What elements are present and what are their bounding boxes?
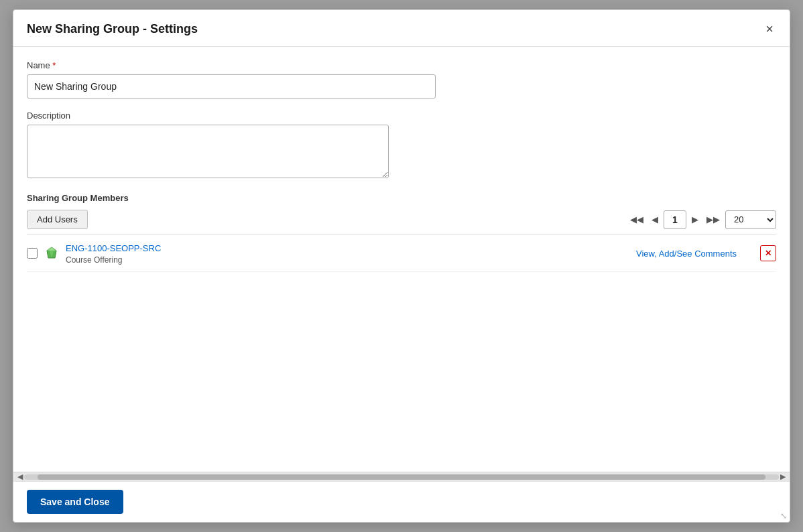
close-button[interactable]: × (763, 21, 776, 37)
scroll-right-button[interactable]: ▶ (779, 472, 787, 481)
current-page-display: 1 (664, 210, 686, 229)
save-and-close-button[interactable]: Save and Close (27, 490, 123, 514)
description-input[interactable] (27, 125, 389, 178)
first-page-button[interactable]: ◀◀ (627, 213, 646, 226)
remove-member-button[interactable]: ✕ (760, 245, 776, 261)
prev-page-button[interactable]: ◀ (649, 213, 661, 226)
pagination-controls: ◀◀ ◀ 1 ▶ ▶▶ 10 20 50 100 (627, 210, 776, 229)
svg-marker-2 (47, 247, 56, 251)
dialog-body: Name * Description Sharing Group Members… (13, 47, 790, 472)
name-field-group: Name * (27, 60, 776, 98)
course-offering-icon (44, 246, 59, 261)
dialog-title: New Sharing Group - Settings (27, 22, 198, 36)
description-field-group: Description (27, 111, 776, 181)
scrollbar-track (24, 474, 779, 480)
members-section-label: Sharing Group Members (27, 193, 776, 203)
dialog-overlay: New Sharing Group - Settings × Name * De… (0, 0, 803, 532)
members-list: ENG-1100-SEOPP-SRC Course Offering View,… (27, 235, 776, 272)
name-input[interactable] (27, 74, 436, 98)
scroll-left-button[interactable]: ◀ (16, 472, 24, 481)
member-info: ENG-1100-SEOPP-SRC Course Offering (66, 242, 613, 265)
add-users-button[interactable]: Add Users (27, 210, 88, 229)
member-permissions-link[interactable]: View, Add/See Comments (619, 249, 753, 259)
members-toolbar: Add Users ◀◀ ◀ 1 ▶ ▶▶ 10 20 50 100 (27, 210, 776, 229)
member-type: Course Offering (66, 255, 613, 265)
horizontal-scrollbar[interactable]: ◀ ▶ (13, 472, 790, 481)
per-page-select[interactable]: 10 20 50 100 (725, 210, 776, 229)
sharing-group-dialog: New Sharing Group - Settings × Name * De… (13, 9, 790, 523)
next-page-button[interactable]: ▶ (689, 213, 701, 226)
table-row: ENG-1100-SEOPP-SRC Course Offering View,… (27, 235, 776, 272)
scrollbar-thumb[interactable] (38, 474, 765, 480)
member-checkbox[interactable] (27, 248, 38, 259)
dialog-footer: Save and Close ⤡ (13, 481, 790, 522)
members-section: Sharing Group Members Add Users ◀◀ ◀ 1 ▶… (27, 193, 776, 272)
last-page-button[interactable]: ▶▶ (704, 213, 723, 226)
resize-handle: ⤡ (780, 511, 787, 521)
member-name-link[interactable]: ENG-1100-SEOPP-SRC (66, 243, 161, 253)
description-label: Description (27, 111, 776, 121)
name-label: Name * (27, 60, 776, 70)
dialog-header: New Sharing Group - Settings × (13, 10, 790, 47)
required-indicator: * (52, 60, 56, 70)
